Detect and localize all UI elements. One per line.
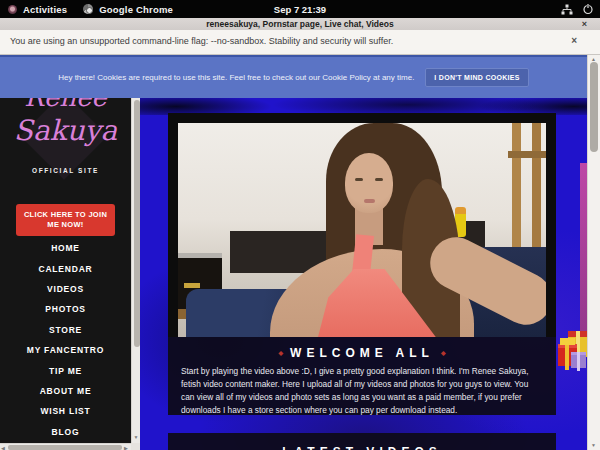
video-wood-frame — [508, 151, 546, 158]
network-icon[interactable] — [561, 4, 573, 15]
browser-scroll-thumb[interactable] — [590, 62, 598, 152]
scroll-left-icon[interactable]: ◀ — [1, 445, 5, 450]
intro-video-player[interactable] — [168, 113, 556, 337]
diamond-icon: ◆ — [271, 350, 290, 356]
gift-box-icon — [571, 352, 586, 368]
sidebar-item-home[interactable]: HOME — [0, 238, 131, 258]
sidebar-hscroll-thumb[interactable] — [8, 445, 122, 450]
browser-scrollbar[interactable]: ▲ ▼ — [587, 55, 600, 450]
welcome-title: WELCOME ALL — [290, 346, 434, 360]
desktop-top-bar: Activities Google Chrome Sep 7 21:39 — [0, 0, 600, 18]
power-icon[interactable] — [582, 3, 594, 15]
cookie-accept-button[interactable]: I DON'T MIND COOKIES — [425, 68, 528, 87]
gift-bow-icon — [560, 338, 575, 345]
video-person-eye — [355, 178, 363, 181]
background-pink-strip — [580, 163, 587, 343]
sidebar-item-fancentro[interactable]: MY FANCENTRO — [0, 340, 131, 360]
scrollbar-corner — [131, 443, 140, 450]
window-close-icon[interactable]: × — [582, 19, 587, 30]
cookie-message: Hey there! Cookies are required to use t… — [58, 73, 414, 82]
sidebar: Renee Sakuya OFFICIAL SITE CLICK HERE TO… — [0, 55, 131, 450]
sidebar-vscroll-thumb[interactable] — [134, 100, 140, 347]
latest-videos-title: LATEST VIDEOS — [282, 445, 441, 450]
video-person-face — [345, 153, 393, 213]
sidebar-horizontal-scrollbar[interactable]: ◀ ▶ — [0, 443, 131, 450]
sidebar-item-aboutme[interactable]: ABOUT ME — [0, 381, 131, 401]
sidebar-item-calendar[interactable]: CALENDAR — [0, 258, 131, 278]
chrome-infobar: You are using an unsupported command-lin… — [0, 30, 600, 55]
official-site-label: OFFICIAL SITE — [0, 167, 131, 174]
welcome-panel: ◆WELCOME ALL◆ Start by playing the video… — [168, 337, 556, 415]
window-title: reneesakuya, Pornstar page, Live chat, V… — [0, 19, 600, 29]
page-viewport: Renee Sakuya OFFICIAL SITE CLICK HERE TO… — [0, 55, 600, 450]
sidebar-item-tipme[interactable]: TIP ME — [0, 360, 131, 380]
scroll-down-icon[interactable]: ▼ — [134, 434, 139, 440]
sidebar-item-blog[interactable]: BLOG — [0, 422, 131, 442]
join-button[interactable]: CLICK HERE TO JOIN ME NOW! — [16, 204, 115, 236]
clock[interactable]: Sep 7 21:39 — [0, 0, 600, 18]
video-person-lips — [364, 199, 375, 203]
window-titlebar: reneesakuya, Pornstar page, Live chat, V… — [0, 18, 600, 30]
sidebar-menu: HOME CALENDAR VIDEOS PHOTOS STORE MY FAN… — [0, 238, 131, 442]
latest-videos-panel: LATEST VIDEOS — [168, 433, 556, 450]
infobar-message: You are using an unsupported command-lin… — [10, 36, 393, 46]
logo-line2: Sakuya — [0, 113, 131, 149]
scroll-down-icon[interactable]: ▼ — [591, 442, 596, 448]
video-person-eye — [375, 178, 383, 181]
scroll-right-icon[interactable]: ▶ — [124, 445, 128, 450]
main-content: ◆WELCOME ALL◆ Start by playing the video… — [140, 55, 587, 450]
sidebar-vertical-scrollbar[interactable]: ▼ — [131, 55, 140, 443]
welcome-text: Start by playing the video above :D, I g… — [181, 365, 543, 416]
video-printer-label — [184, 283, 200, 288]
video-still — [178, 123, 546, 337]
sidebar-item-store[interactable]: STORE — [0, 320, 131, 340]
screen: Activities Google Chrome Sep 7 21:39 ren… — [0, 0, 600, 450]
gifts-widget[interactable] — [555, 329, 591, 373]
sidebar-item-wishlist[interactable]: WISH LIST — [0, 401, 131, 421]
sidebar-item-videos[interactable]: VIDEOS — [0, 279, 131, 299]
diamond-icon: ◆ — [434, 350, 453, 356]
infobar-close-icon[interactable]: × — [571, 35, 577, 46]
cookie-banner: Hey there! Cookies are required to use t… — [0, 55, 587, 98]
sidebar-item-photos[interactable]: PHOTOS — [0, 299, 131, 319]
